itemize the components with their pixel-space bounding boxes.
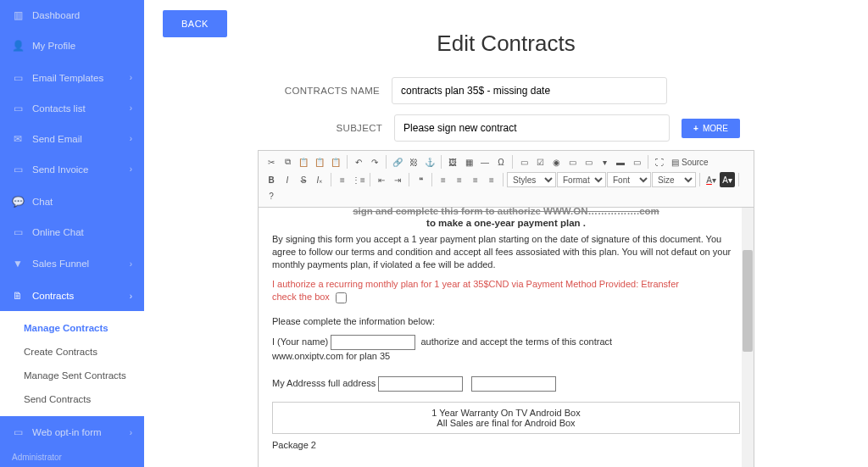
paste-text-icon[interactable]: 📋 xyxy=(312,154,327,170)
remove-format-icon[interactable]: Iₓ xyxy=(312,172,327,187)
textarea-icon[interactable]: ▭ xyxy=(581,154,596,170)
user-icon: 👤 xyxy=(12,40,24,52)
back-button[interactable]: BACK xyxy=(163,10,227,37)
link-icon[interactable]: 🔗 xyxy=(390,154,405,170)
source-button[interactable]: ▤ Source xyxy=(668,158,712,167)
address-input-1[interactable] xyxy=(378,376,463,392)
special-char-icon[interactable]: Ω xyxy=(493,154,509,170)
editor-scrollbar[interactable] xyxy=(742,208,754,467)
sidebar-item-my-profile[interactable]: 👤 My Profile xyxy=(0,31,144,61)
sidebar-item-contacts-list[interactable]: ▭ Contacts list › xyxy=(0,93,144,124)
format-select[interactable]: Format xyxy=(557,172,606,187)
button-icon[interactable]: ▬ xyxy=(613,154,628,170)
outdent-icon[interactable]: ⇤ xyxy=(374,172,389,187)
contacts-icon: ▭ xyxy=(12,103,24,114)
image-icon[interactable]: 🖼 xyxy=(445,154,460,170)
align-center-icon[interactable]: ≡ xyxy=(452,172,467,187)
sidebar-item-label: Online Chat xyxy=(32,227,132,237)
separator xyxy=(370,173,370,186)
select-icon[interactable]: ▾ xyxy=(597,154,612,170)
main-content: BACK Edit Contracts CONTRACTS NAME SUBJE… xyxy=(144,0,868,467)
paste-icon[interactable]: 📋 xyxy=(296,154,311,170)
subject-input[interactable] xyxy=(394,114,670,142)
separator xyxy=(699,173,700,186)
contracts-name-input[interactable] xyxy=(392,77,667,104)
bold-icon[interactable]: B xyxy=(264,172,279,187)
separator xyxy=(441,155,442,169)
authorize-checkbox[interactable] xyxy=(336,292,347,303)
form-icon[interactable]: ▭ xyxy=(516,154,531,170)
more-button[interactable]: MORE xyxy=(682,119,740,138)
align-left-icon[interactable]: ≡ xyxy=(436,172,451,187)
copy-icon[interactable]: ⧉ xyxy=(280,154,295,170)
sidebar-item-online-chat[interactable]: ▭ Online Chat xyxy=(0,217,144,247)
package-label: Package 2 xyxy=(272,439,740,452)
editor-content[interactable]: sign and complete this form to authorize… xyxy=(259,208,754,467)
indent-icon[interactable]: ⇥ xyxy=(390,172,405,187)
font-select[interactable]: Font xyxy=(607,172,651,187)
chevron-right-icon: › xyxy=(130,134,132,143)
chat-icon: 💬 xyxy=(12,196,24,208)
submenu-create-contracts[interactable]: Create Contracts xyxy=(0,340,144,364)
sidebar-item-label: My Profile xyxy=(32,41,132,51)
sidebar-item-chat[interactable]: 💬 Chat xyxy=(0,186,144,217)
hr-icon[interactable]: — xyxy=(477,154,492,170)
more-label: MORE xyxy=(703,124,728,133)
bullet-list-icon[interactable]: ⋮≡ xyxy=(351,172,366,187)
table-icon[interactable]: ▦ xyxy=(461,154,476,170)
size-select[interactable]: Size xyxy=(652,172,696,187)
anchor-icon[interactable]: ⚓ xyxy=(422,154,437,170)
sidebar-item-contracts[interactable]: 🗎 Contracts › xyxy=(0,281,144,311)
unlink-icon[interactable]: ⛓ xyxy=(406,154,421,170)
dashboard-icon: ▥ xyxy=(12,9,24,21)
bg-color-icon[interactable]: A▾ xyxy=(720,172,735,187)
chevron-right-icon: › xyxy=(130,164,132,174)
textfield-icon[interactable]: ▭ xyxy=(565,154,580,170)
submenu-manage-contracts[interactable]: Manage Contracts xyxy=(0,316,144,340)
contracts-submenu: Manage Contracts Create Contracts Manage… xyxy=(0,311,144,416)
complete-info-label: Please complete the information below: xyxy=(272,315,740,328)
text-color-icon[interactable]: A▾ xyxy=(704,172,719,187)
submenu-send-contracts[interactable]: Send Contracts xyxy=(0,387,144,411)
sidebar-item-dashboard[interactable]: ▥ Dashboard xyxy=(0,0,144,31)
sidebar-item-label: Chat xyxy=(32,197,132,207)
paste-word-icon[interactable]: 📋 xyxy=(328,154,343,170)
sidebar-item-sales-funnel[interactable]: ▼ Sales Funnel › xyxy=(0,248,144,279)
separator xyxy=(386,155,387,169)
separator xyxy=(431,173,432,186)
maximize-icon[interactable]: ⛶ xyxy=(652,154,667,170)
undo-icon[interactable]: ↶ xyxy=(351,154,366,170)
submenu-manage-sent-contracts[interactable]: Manage Sent Contracts xyxy=(0,364,144,387)
blockquote-icon[interactable]: ❝ xyxy=(413,172,428,187)
sidebar-item-web-opt-in-form[interactable]: ▭ Web opt-in form › xyxy=(0,417,144,448)
sidebar-item-label: Contracts xyxy=(32,291,130,301)
align-right-icon[interactable]: ≡ xyxy=(468,172,483,187)
checkbox-icon[interactable]: ☑ xyxy=(532,154,548,170)
sidebar-footer: Administrator xyxy=(0,448,144,467)
separator xyxy=(409,173,409,186)
invoice-icon: ▭ xyxy=(12,164,24,175)
strike-icon[interactable]: S xyxy=(296,172,311,187)
sidebar-item-send-invoice[interactable]: ▭ Send Invoice › xyxy=(0,154,144,185)
italic-icon[interactable]: I xyxy=(280,172,295,187)
align-justify-icon[interactable]: ≡ xyxy=(484,172,499,187)
numbered-list-icon[interactable]: ≡ xyxy=(335,172,350,187)
editor-scroll-thumb[interactable] xyxy=(743,250,753,352)
subject-label: SUBJECT xyxy=(272,123,382,133)
address-line: My Addresss full address xyxy=(272,376,740,392)
separator xyxy=(648,155,648,169)
online-chat-icon: ▭ xyxy=(12,226,24,238)
name-line: I (Your name) authorize and accept the t… xyxy=(272,335,740,363)
cut-icon[interactable]: ✂ xyxy=(264,154,279,170)
styles-select[interactable]: Styles xyxy=(507,172,556,187)
sidebar-item-email-templates[interactable]: ▭ Email Templates › xyxy=(0,63,144,93)
your-name-input[interactable] xyxy=(331,335,415,350)
hidden-field-icon[interactable]: ▭ xyxy=(629,154,644,170)
address-input-2[interactable] xyxy=(471,376,556,392)
help-icon[interactable]: ? xyxy=(264,188,279,203)
radio-icon[interactable]: ◉ xyxy=(548,154,564,170)
subject-row: SUBJECT MORE xyxy=(163,114,849,142)
sidebar-item-send-email[interactable]: ✉ Send Email › xyxy=(0,124,144,154)
redo-icon[interactable]: ↷ xyxy=(367,154,382,170)
plus-icon xyxy=(693,124,698,133)
